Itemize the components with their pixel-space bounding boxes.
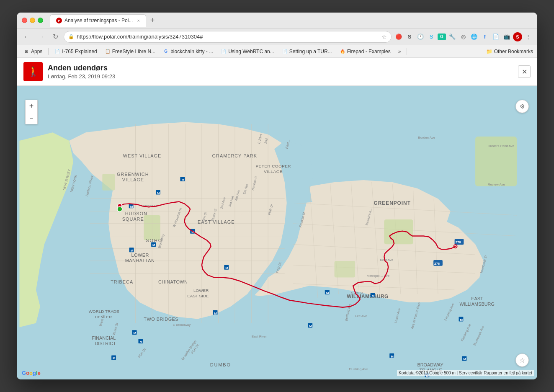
svg-text:M: M [214,312,217,315]
extension-facebook-icon[interactable]: f [480,32,490,41]
bookmark-apps[interactable]: ⊞ Apps [21,48,45,55]
svg-text:M: M [463,357,466,361]
svg-text:Flushing Ave: Flushing Ave [349,367,368,371]
bookmark-apps-label: Apps [31,49,42,54]
extension-circle-icon[interactable]: ◎ [459,32,468,41]
svg-text:GREENWICH: GREENWICH [117,172,149,177]
refresh-button[interactable]: ↻ [49,31,61,43]
svg-text:LOWER: LOWER [193,288,209,293]
activity-icon: 🚶 [23,62,43,81]
extension-cast-icon[interactable]: 📺 [502,32,511,41]
tab-bar: P Analyse af træningspas - Pol... × + [50,14,532,27]
extension-grammarly-icon[interactable]: G [438,34,446,40]
lock-icon: 🔒 [68,34,74,39]
google-g: G [22,370,26,376]
browser-window: P Analyse af træningspas - Pol... × + ← … [17,13,537,379]
svg-text:EAST SIDE: EAST SIDE [187,294,209,298]
firepad-favicon: 🔥 [340,49,345,54]
activity-close-button[interactable]: ✕ [518,65,531,78]
map-container[interactable]: WEST VILLAGE GREENWICH VILLAGE GRAMERCY … [17,58,537,379]
svg-text:M: M [113,356,116,360]
google-logo: Google [22,370,41,376]
svg-text:M: M [372,294,375,298]
back-button[interactable]: ← [21,31,33,43]
other-bookmarks-btn[interactable]: 📁 Other Bookmarks [486,49,533,54]
activity-title: Anden udendørs [48,64,513,72]
bookmark-firepad-label: Firepad - Examples [347,49,391,54]
active-tab[interactable]: P Analyse af træningspas - Pol... × [50,14,146,27]
svg-text:BROADWAY: BROADWAY [417,362,444,367]
bookmark-firepad[interactable]: 🔥 Firepad - Examples [337,48,393,55]
more-options-icon[interactable]: ⋮ [524,32,533,41]
webrtc-favicon: 📄 [221,49,227,54]
svg-text:LOWER: LOWER [131,253,149,258]
extension-feather-icon[interactable]: 📄 [491,32,500,41]
svg-text:M: M [225,266,228,270]
tab-favicon: P [56,18,62,23]
zoom-controls: + – [25,100,38,124]
svg-text:DUMBO: DUMBO [210,362,231,367]
svg-text:278: 278 [456,240,461,244]
address-bar[interactable]: 🔒 https://flow.polar.com/training/analys… [64,31,392,43]
extension-skype-icon[interactable]: S [427,32,436,41]
forward-button[interactable]: → [35,31,47,43]
bookmark-divider-2 [407,48,407,55]
bookmark-blockchain-label: blockchain kitty - ... [170,49,213,54]
svg-point-154 [117,206,122,211]
maximize-traffic-light[interactable] [38,18,43,23]
svg-text:M: M [391,355,394,358]
bookmark-star-icon[interactable]: ☆ [381,34,387,40]
bookmark-i765[interactable]: 📄 I-765 Explained [52,48,99,55]
bookmark-blockchain[interactable]: G blockchain kitty - ... [160,48,216,55]
svg-text:WEST VILLAGE: WEST VILLAGE [123,153,161,158]
svg-text:E Broadway: E Broadway [173,323,191,327]
svg-text:TRIBECA: TRIBECA [111,279,133,284]
extension-red-icon[interactable]: 🔴 [394,32,403,41]
google-o1: o [26,370,29,376]
svg-text:Lee Ave: Lee Ave [355,314,367,318]
extension-addon-icon[interactable]: 🔧 [448,32,457,41]
extension-s-icon[interactable]: S [405,32,414,41]
minimize-traffic-light[interactable] [30,18,35,23]
svg-text:M: M [326,291,329,295]
extension-globe-icon[interactable]: 🌐 [469,32,479,41]
map-settings-button[interactable]: ⚙ [515,100,529,113]
svg-text:M: M [157,191,160,195]
url-text: https://flow.polar.com/training/analysis… [77,34,379,40]
folder-icon: 📁 [486,49,492,54]
activity-date: Lørdag, Feb 23, 2019 09:23 [48,73,513,80]
bookmark-webrtc[interactable]: 📄 Using WebRTC an... [218,48,277,55]
svg-text:FINANCIAL: FINANCIAL [92,335,116,340]
close-traffic-light[interactable] [22,18,27,23]
nav-actions: 🔴 S 🕐 S G 🔧 ◎ 🌐 f 📄 📺 S ⋮ [394,32,533,41]
blockchain-favicon: G [163,49,169,54]
svg-text:M: M [139,340,142,344]
svg-text:VILLAGE: VILLAGE [264,169,283,174]
svg-text:DISTRICT: DISTRICT [95,341,116,346]
svg-text:GRAMERCY PARK: GRAMERCY PARK [212,153,257,158]
bookmark-freestyle[interactable]: 📋 FreeStyle Libre N... [102,48,158,55]
bookmark-tur[interactable]: 📄 Setting up a TUR... [279,48,335,55]
user-avatar[interactable]: S [513,32,522,41]
activity-icon-symbol: 🚶 [28,66,39,77]
other-bookmarks-label: Other Bookmarks [494,49,533,54]
svg-text:Kent Ave: Kent Ave [380,258,393,262]
svg-text:M: M [134,331,137,335]
bookmark-divider-1 [48,48,49,55]
zoom-out-button[interactable]: – [26,112,37,124]
map-star-button[interactable]: ☆ [515,353,529,367]
zoom-in-button[interactable]: + [26,100,37,112]
svg-text:M: M [152,243,155,247]
extension-clock-icon[interactable]: 🕐 [416,32,425,41]
svg-text:PETER COOPER: PETER COOPER [256,164,291,168]
svg-text:CHINATOWN: CHINATOWN [158,279,188,284]
freestyle-favicon: 📋 [105,49,111,54]
svg-text:TWO BRIDGES: TWO BRIDGES [144,317,178,322]
bookmarks-more-btn[interactable]: » [396,48,404,55]
new-tab-button[interactable]: + [148,15,157,26]
tab-close-btn[interactable]: × [137,18,139,23]
svg-text:WILLIAMSBURG: WILLIAMSBURG [459,302,494,307]
tur-favicon: 📄 [282,49,288,54]
nav-bar: ← → ↻ 🔒 https://flow.polar.com/training/… [17,28,537,45]
svg-text:M: M [131,249,134,253]
